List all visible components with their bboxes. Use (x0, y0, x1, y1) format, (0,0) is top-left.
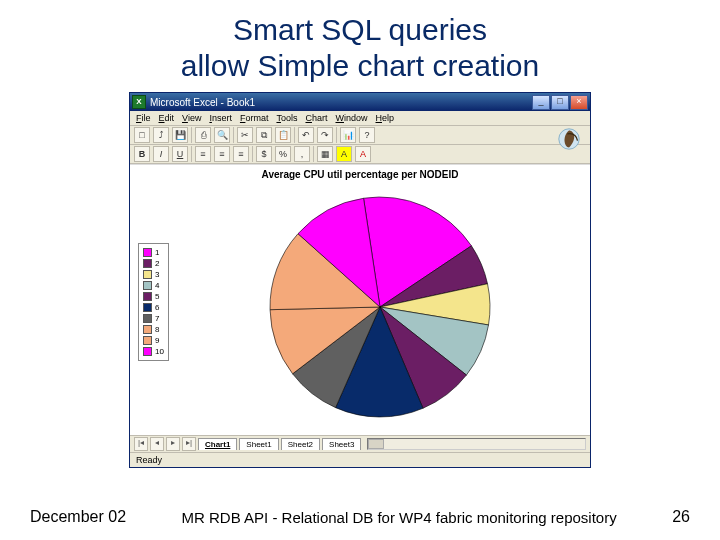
menu-view[interactable]: View (182, 113, 201, 123)
print-icon[interactable]: ⎙ (195, 127, 211, 143)
chart-wizard-icon[interactable]: 📊 (340, 127, 356, 143)
legend-item[interactable]: 7 (143, 313, 164, 324)
legend-swatch-icon (143, 303, 152, 312)
legend-swatch-icon (143, 314, 152, 323)
horizontal-scrollbar[interactable] (367, 438, 586, 450)
tab-nav-first-icon[interactable]: |◂ (134, 437, 148, 451)
slide-footer: December 02 MR RDB API - Relational DB f… (0, 508, 720, 526)
scrollbar-thumb[interactable] (368, 439, 384, 449)
menu-file[interactable]: File (136, 113, 151, 123)
legend-label: 8 (155, 324, 159, 335)
separator-icon (191, 146, 192, 162)
new-icon[interactable]: □ (134, 127, 150, 143)
preview-icon[interactable]: 🔍 (214, 127, 230, 143)
footer-date: December 02 (30, 508, 126, 526)
standard-toolbar: □ ⤴ 💾 ⎙ 🔍 ✂ ⧉ 📋 ↶ ↷ 📊 ? (130, 126, 590, 145)
comma-icon[interactable]: , (294, 146, 310, 162)
tab-chart1[interactable]: Chart1 (198, 438, 237, 450)
cut-icon[interactable]: ✂ (237, 127, 253, 143)
chart-title: Average CPU util percentage per NODEID (130, 165, 590, 184)
minimize-button[interactable]: _ (532, 95, 550, 110)
underline-icon[interactable]: U (172, 146, 188, 162)
tab-sheet3[interactable]: Sheet3 (322, 438, 361, 450)
separator-icon (294, 127, 295, 143)
legend-item[interactable]: 10 (143, 346, 164, 357)
decorative-logo-icon (552, 125, 586, 153)
titlebar[interactable]: X Microsoft Excel - Book1 _ □ × (130, 93, 590, 111)
save-icon[interactable]: 💾 (172, 127, 188, 143)
window-title: Microsoft Excel - Book1 (150, 97, 255, 108)
menu-bar: File Edit View Insert Format Tools Chart… (130, 111, 590, 126)
menu-window[interactable]: Window (335, 113, 367, 123)
italic-icon[interactable]: I (153, 146, 169, 162)
font-color-icon[interactable]: A (355, 146, 371, 162)
chart-legend[interactable]: 12345678910 (138, 243, 169, 361)
legend-swatch-icon (143, 347, 152, 356)
legend-label: 1 (155, 247, 159, 258)
menu-help[interactable]: Help (376, 113, 395, 123)
align-right-icon[interactable]: ≡ (233, 146, 249, 162)
fill-color-icon[interactable]: A (336, 146, 352, 162)
excel-window: X Microsoft Excel - Book1 _ □ × File Edi… (129, 92, 591, 468)
sheet-tab-bar: |◂ ◂ ▸ ▸| Chart1 Sheet1 Sheet2 Sheet3 (130, 435, 590, 452)
legend-label: 9 (155, 335, 159, 346)
legend-swatch-icon (143, 336, 152, 345)
menu-edit[interactable]: Edit (159, 113, 175, 123)
legend-label: 7 (155, 313, 159, 324)
legend-label: 10 (155, 346, 164, 357)
maximize-button[interactable]: □ (551, 95, 569, 110)
currency-icon[interactable]: $ (256, 146, 272, 162)
align-left-icon[interactable]: ≡ (195, 146, 211, 162)
slide-title: Smart SQL queries allow Simple chart cre… (0, 12, 720, 84)
tab-sheet1[interactable]: Sheet1 (239, 438, 278, 450)
help-icon[interactable]: ? (359, 127, 375, 143)
open-icon[interactable]: ⤴ (153, 127, 169, 143)
status-bar: Ready (130, 452, 590, 467)
copy-icon[interactable]: ⧉ (256, 127, 272, 143)
legend-swatch-icon (143, 248, 152, 257)
close-button[interactable]: × (570, 95, 588, 110)
borders-icon[interactable]: ▦ (317, 146, 333, 162)
legend-label: 6 (155, 302, 159, 313)
legend-swatch-icon (143, 270, 152, 279)
menu-tools[interactable]: Tools (276, 113, 297, 123)
separator-icon (313, 146, 314, 162)
undo-icon[interactable]: ↶ (298, 127, 314, 143)
legend-swatch-icon (143, 292, 152, 301)
legend-item[interactable]: 6 (143, 302, 164, 313)
pie-chart[interactable] (130, 185, 590, 425)
chart-area[interactable]: Average CPU util percentage per NODEID 1… (130, 164, 590, 435)
status-text: Ready (136, 455, 162, 465)
legend-label: 4 (155, 280, 159, 291)
legend-item[interactable]: 1 (143, 247, 164, 258)
tab-nav-prev-icon[interactable]: ◂ (150, 437, 164, 451)
tab-nav-next-icon[interactable]: ▸ (166, 437, 180, 451)
tab-nav-last-icon[interactable]: ▸| (182, 437, 196, 451)
legend-item[interactable]: 3 (143, 269, 164, 280)
slide-title-line1: Smart SQL queries (233, 13, 487, 46)
align-center-icon[interactable]: ≡ (214, 146, 230, 162)
page-number: 26 (672, 508, 690, 526)
legend-label: 3 (155, 269, 159, 280)
legend-item[interactable]: 4 (143, 280, 164, 291)
redo-icon[interactable]: ↷ (317, 127, 333, 143)
paste-icon[interactable]: 📋 (275, 127, 291, 143)
separator-icon (191, 127, 192, 143)
legend-label: 2 (155, 258, 159, 269)
separator-icon (252, 146, 253, 162)
footer-title: MR RDB API - Relational DB for WP4 fabri… (126, 509, 672, 526)
slide-title-line2: allow Simple chart creation (181, 49, 540, 82)
bold-icon[interactable]: B (134, 146, 150, 162)
legend-item[interactable]: 8 (143, 324, 164, 335)
legend-swatch-icon (143, 281, 152, 290)
menu-chart[interactable]: Chart (305, 113, 327, 123)
legend-item[interactable]: 2 (143, 258, 164, 269)
percent-icon[interactable]: % (275, 146, 291, 162)
legend-item[interactable]: 9 (143, 335, 164, 346)
excel-app-icon: X (132, 95, 146, 109)
menu-format[interactable]: Format (240, 113, 269, 123)
tab-sheet2[interactable]: Sheet2 (281, 438, 320, 450)
separator-icon (233, 127, 234, 143)
legend-item[interactable]: 5 (143, 291, 164, 302)
menu-insert[interactable]: Insert (209, 113, 232, 123)
